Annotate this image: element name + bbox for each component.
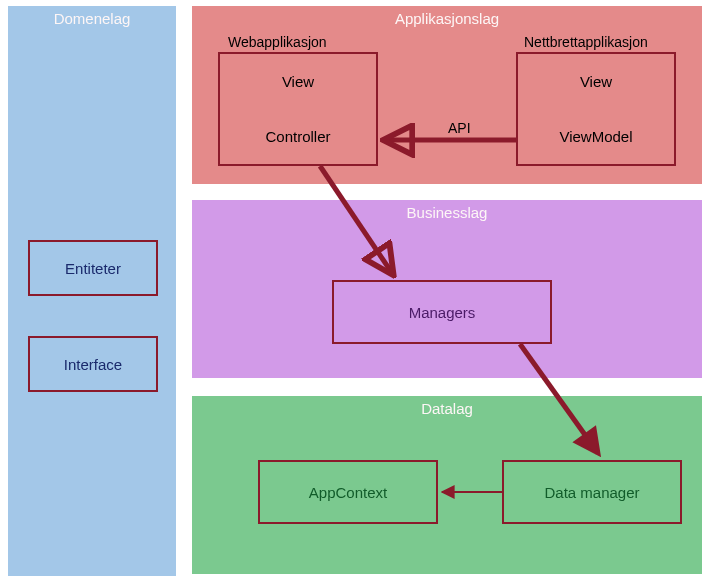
entities-label: Entiteter bbox=[65, 260, 121, 277]
api-edge-label: API bbox=[448, 120, 471, 136]
architecture-diagram: Domenelag Entiteter Interface Applikasjo… bbox=[0, 0, 709, 581]
application-layer-title: Applikasjonslag bbox=[192, 10, 702, 27]
managers-label: Managers bbox=[409, 304, 476, 321]
appcontext-label: AppContext bbox=[309, 484, 387, 501]
webapp-controller-label: Controller bbox=[265, 128, 330, 145]
datamanager-box: Data manager bbox=[502, 460, 682, 524]
webapp-box: View Controller bbox=[218, 52, 378, 166]
tabletapp-box: View ViewModel bbox=[516, 52, 676, 166]
business-layer-title: Businesslag bbox=[192, 204, 702, 221]
webapp-view-label: View bbox=[282, 73, 314, 90]
datamanager-label: Data manager bbox=[544, 484, 639, 501]
entities-box: Entiteter bbox=[28, 240, 158, 296]
webapp-title: Webapplikasjon bbox=[228, 34, 327, 50]
tabletapp-viewmodel-label: ViewModel bbox=[559, 128, 632, 145]
managers-box: Managers bbox=[332, 280, 552, 344]
interface-box: Interface bbox=[28, 336, 158, 392]
tabletapp-title: Nettbrettapplikasjon bbox=[524, 34, 648, 50]
tabletapp-view-label: View bbox=[580, 73, 612, 90]
appcontext-box: AppContext bbox=[258, 460, 438, 524]
interface-label: Interface bbox=[64, 356, 122, 373]
data-layer-title: Datalag bbox=[192, 400, 702, 417]
domain-layer-title: Domenelag bbox=[8, 10, 176, 27]
